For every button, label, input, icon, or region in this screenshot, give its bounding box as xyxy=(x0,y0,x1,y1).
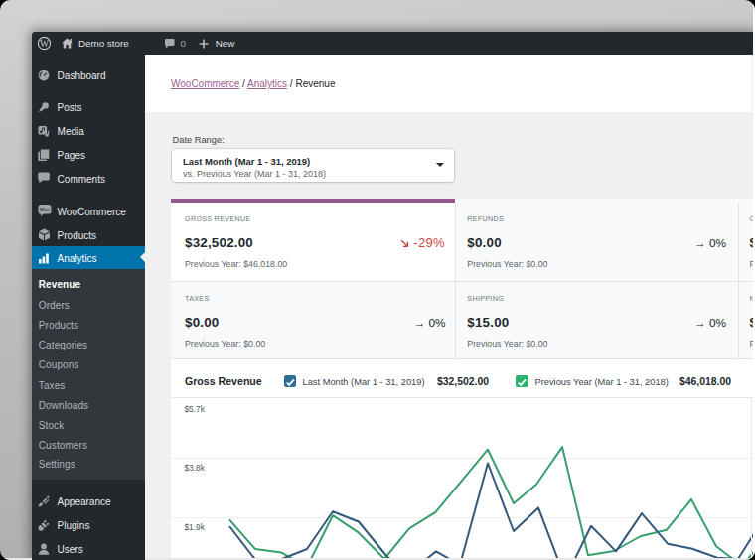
svg-text:W: W xyxy=(40,39,49,49)
svg-text:Woo: Woo xyxy=(40,208,50,212)
